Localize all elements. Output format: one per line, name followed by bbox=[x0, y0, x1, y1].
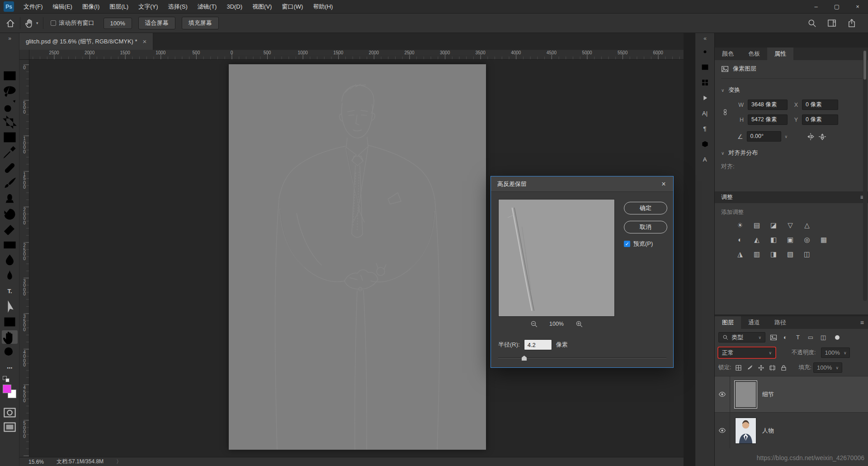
zoom-100-button[interactable]: 100% bbox=[104, 18, 132, 29]
visibility-eye-icon[interactable] bbox=[718, 427, 726, 434]
menu-item[interactable]: 文件(F) bbox=[19, 0, 48, 14]
adjustments-panel-header[interactable]: 调整 ≡ bbox=[715, 191, 868, 203]
rectangle-tool[interactable] bbox=[2, 315, 18, 328]
screen-mode-button[interactable] bbox=[2, 420, 18, 434]
paragraph-panel-icon[interactable]: ¶ bbox=[699, 123, 710, 134]
move-tool[interactable] bbox=[2, 53, 18, 67]
gradient-map-icon[interactable]: ▧ bbox=[786, 250, 795, 258]
filter-pixel-layers-icon[interactable] bbox=[769, 334, 778, 341]
hand-tool-icon[interactable] bbox=[25, 18, 35, 28]
tab-properties[interactable]: 属性 bbox=[767, 48, 793, 60]
dialog-close-icon[interactable]: × bbox=[654, 180, 673, 188]
glyphs-panel-icon[interactable]: A bbox=[699, 154, 710, 165]
preview-checkbox-row[interactable]: ✓ 预览(P) bbox=[624, 240, 653, 248]
threshold-icon[interactable]: ◨ bbox=[769, 250, 778, 258]
healing-brush-tool[interactable] bbox=[2, 161, 18, 175]
frame-tool[interactable] bbox=[2, 130, 18, 144]
lock-artboard-icon[interactable] bbox=[769, 364, 776, 371]
flip-horizontal-icon[interactable] bbox=[807, 133, 815, 141]
rotation-field[interactable]: 0.00° bbox=[747, 131, 781, 142]
cancel-button[interactable]: 取消 bbox=[624, 221, 667, 233]
hand-tool[interactable] bbox=[2, 330, 18, 344]
panel-scrollbar[interactable] bbox=[863, 49, 867, 301]
fill-screen-button[interactable]: 填充屏幕 bbox=[182, 17, 219, 29]
menu-item[interactable]: 窗口(W) bbox=[277, 0, 308, 14]
marquee-tool[interactable] bbox=[2, 69, 18, 82]
menu-item[interactable]: 滤镜(T) bbox=[193, 0, 222, 14]
actions-panel-icon[interactable] bbox=[699, 92, 710, 103]
lasso-tool[interactable] bbox=[2, 84, 18, 98]
layer-thumbnail[interactable] bbox=[735, 381, 756, 408]
eraser-tool[interactable] bbox=[2, 223, 18, 236]
brightness-contrast-icon[interactable]: ☀ bbox=[736, 221, 745, 229]
lock-all-icon[interactable] bbox=[780, 364, 788, 371]
posterize-icon[interactable]: ▥ bbox=[752, 250, 761, 258]
y-field[interactable]: 0 像素 bbox=[802, 114, 838, 125]
document-tab[interactable]: glitch.psd @ 15.6% (细节, RGB/8/CMYK) * × bbox=[19, 33, 153, 50]
collapse-toolbar-chevron-icon[interactable]: » bbox=[0, 33, 19, 42]
vertical-ruler[interactable]: 05 0 01 0 0 01 5 0 02 0 0 02 5 0 03 0 0 … bbox=[19, 60, 29, 457]
adjustments-panel-icon[interactable] bbox=[699, 46, 710, 57]
width-field[interactable]: 3648 像素 bbox=[748, 100, 788, 110]
hue-saturation-icon[interactable]: ◐ bbox=[736, 236, 745, 244]
fill-dropdown[interactable]: 100% ∨ bbox=[813, 362, 842, 373]
tab-channels[interactable]: 通道 bbox=[741, 316, 767, 329]
chevron-down-icon[interactable]: ∨ bbox=[785, 134, 788, 139]
transform-section-header[interactable]: ∨ 变换 bbox=[721, 86, 862, 94]
type-tool[interactable]: T. bbox=[2, 284, 18, 298]
zoom-out-icon[interactable] bbox=[530, 320, 538, 328]
blend-mode-dropdown[interactable]: 正常 ∨ bbox=[718, 347, 775, 358]
layer-name[interactable]: 细节 bbox=[762, 390, 774, 399]
eye-cell[interactable] bbox=[715, 376, 730, 412]
align-section-header[interactable]: ∨ 对齐并分布 bbox=[721, 149, 862, 157]
preview-checkbox[interactable]: ✓ bbox=[624, 241, 630, 247]
photo-filter-icon[interactable]: ▣ bbox=[786, 236, 795, 244]
search-icon[interactable] bbox=[807, 19, 816, 28]
zoom-in-icon[interactable] bbox=[576, 320, 583, 328]
swap-colors-icon[interactable] bbox=[5, 378, 9, 382]
menu-item[interactable]: 视图(V) bbox=[247, 0, 277, 14]
flip-vertical-icon[interactable] bbox=[818, 133, 826, 141]
filter-toggle-icon[interactable] bbox=[835, 335, 840, 340]
selective-color-icon[interactable]: ◫ bbox=[802, 250, 811, 258]
eye-cell[interactable] bbox=[715, 413, 730, 448]
link-dimensions-icon[interactable] bbox=[722, 106, 728, 119]
visibility-eye-icon[interactable] bbox=[718, 390, 726, 398]
layer-thumbnail[interactable] bbox=[735, 418, 756, 444]
home-icon[interactable] bbox=[5, 18, 15, 28]
lock-position-icon[interactable] bbox=[757, 364, 765, 371]
brush-tool[interactable] bbox=[2, 176, 18, 190]
zoom-tool[interactable] bbox=[2, 346, 18, 359]
color-lookup-icon[interactable]: ▦ bbox=[819, 236, 828, 244]
filter-adjustment-layers-icon[interactable]: ◐ bbox=[780, 334, 791, 341]
slider-thumb[interactable] bbox=[522, 356, 527, 361]
layer-row-person[interactable]: 人物 bbox=[715, 412, 868, 448]
filter-type-layers-icon[interactable]: T bbox=[793, 334, 803, 341]
vibrance-icon[interactable]: △ bbox=[802, 221, 811, 229]
menu-item[interactable]: 编辑(E) bbox=[48, 0, 77, 14]
tab-layers[interactable]: 图层 bbox=[715, 316, 741, 329]
foreground-color-swatch[interactable] bbox=[3, 385, 11, 393]
invert-icon[interactable]: ◮ bbox=[736, 250, 745, 258]
menu-item[interactable]: 3D(D) bbox=[222, 0, 247, 14]
quick-selection-tool[interactable] bbox=[2, 100, 18, 113]
menu-item[interactable]: 图层(L) bbox=[104, 0, 133, 14]
lock-image-pixels-icon[interactable] bbox=[746, 364, 754, 371]
status-zoom-field[interactable]: 15.6% bbox=[28, 459, 44, 465]
swatches-panel-icon[interactable] bbox=[699, 77, 710, 88]
ok-button[interactable]: 确定 bbox=[624, 202, 667, 214]
x-field[interactable]: 0 像素 bbox=[802, 100, 838, 110]
history-brush-tool[interactable] bbox=[2, 207, 18, 221]
filter-type-dropdown[interactable]: 类型 ∨ bbox=[718, 332, 765, 342]
character-panel-icon[interactable]: A| bbox=[699, 108, 710, 119]
menu-item[interactable]: 选择(S) bbox=[163, 0, 192, 14]
horizontal-ruler[interactable]: 2500200015001000500050010001500200025003… bbox=[29, 50, 684, 60]
expand-panels-chevron-icon[interactable]: « bbox=[695, 33, 714, 42]
minimize-button[interactable]: – bbox=[806, 0, 826, 14]
filter-shape-layers-icon[interactable]: ▭ bbox=[805, 334, 816, 341]
dialog-title-bar[interactable]: 高反差保留 × bbox=[491, 176, 673, 192]
tab-close-icon[interactable]: × bbox=[143, 38, 147, 45]
tab-swatches[interactable]: 色板 bbox=[741, 48, 767, 60]
scroll-all-windows-checkbox[interactable] bbox=[51, 20, 56, 26]
eyedropper-tool[interactable] bbox=[2, 146, 18, 159]
